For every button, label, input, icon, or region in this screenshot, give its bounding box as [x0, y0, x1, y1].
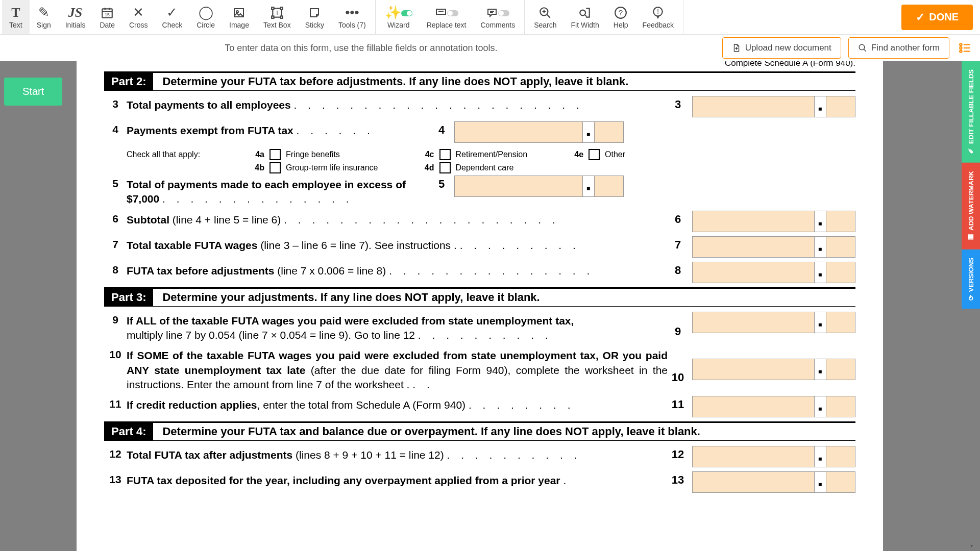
initials-tool[interactable]: JSInitials: [58, 0, 93, 34]
upload-document-button[interactable]: Upload new document: [722, 37, 841, 59]
search-icon: [538, 6, 552, 20]
feedback-icon: !: [651, 6, 665, 20]
help-icon: ?: [614, 6, 627, 20]
line-3: 3 Total payments to all employees . . . …: [104, 96, 855, 117]
amount-7[interactable]: ▪: [692, 236, 855, 258]
image-icon: [233, 6, 245, 20]
svg-point-30: [960, 47, 962, 49]
image-tool[interactable]: Image: [222, 0, 256, 34]
circle-icon: ◯: [199, 6, 213, 20]
line-12: 12 Total FUTA tax after adjustments (lin…: [104, 446, 855, 467]
sign-icon: ✎: [38, 6, 50, 20]
amount-3[interactable]: ▪: [692, 96, 855, 117]
secondary-bar: To enter data on this form, use the fill…: [0, 35, 980, 61]
initials-icon: JS: [68, 6, 82, 20]
document-page: Complete Schedule A (Form 940). Part 2: …: [77, 61, 883, 551]
check-icon: ✓: [166, 6, 178, 20]
amount-11[interactable]: ▪: [692, 396, 855, 417]
text-icon: T: [11, 6, 20, 20]
help-tool[interactable]: ?Help: [606, 0, 635, 34]
start-button[interactable]: Start: [4, 78, 62, 106]
cross-icon: ✕: [133, 6, 144, 20]
svg-point-28: [960, 43, 962, 45]
date-tool[interactable]: 15Date: [92, 0, 122, 34]
text-tool[interactable]: TText: [2, 0, 30, 34]
textbox-icon: T: [271, 6, 284, 20]
part-3-header: Part 3: Determine your adjustments. If a…: [104, 287, 855, 307]
part-4-header: Part 4: Determine your FUTA tax and bala…: [104, 421, 855, 441]
fitwidth-tool[interactable]: Fit Width: [564, 0, 606, 34]
sticky-tool[interactable]: Sticky: [298, 0, 331, 34]
svg-line-21: [585, 15, 586, 16]
tab-watermark[interactable]: ▤ADD WATERMARK: [962, 163, 980, 249]
amount-10[interactable]: ▪: [692, 359, 855, 380]
more-icon: •••: [345, 6, 359, 20]
replace-icon: [435, 6, 458, 20]
svg-rect-11: [280, 16, 282, 18]
line-10: 10 If SOME of the taxable FUTA wages you…: [104, 346, 855, 392]
svg-text:T: T: [275, 10, 279, 16]
tools-more[interactable]: •••Tools (7): [331, 0, 373, 34]
line-7: 7 Total taxable FUTA wages (line 3 – lin…: [104, 236, 855, 258]
right-tabs: ✎EDIT FILLABLE FIELDS ▤ADD WATERMARK ⟳VE…: [962, 61, 980, 309]
scroll-down-icon[interactable]: ▾: [968, 543, 975, 550]
svg-point-6: [236, 11, 238, 13]
comments-tool[interactable]: Comments: [474, 0, 523, 34]
wizard-tool[interactable]: ✨Wizard: [378, 0, 420, 34]
cross-tool[interactable]: ✕Cross: [122, 0, 155, 34]
main-toolbar: TText ✎Sign JSInitials 15Date ✕Cross ✓Ch…: [0, 0, 980, 35]
amount-5[interactable]: ▪: [454, 176, 624, 197]
check-4e[interactable]: 4eOther: [566, 149, 625, 160]
cutoff-text: Complete Schedule A (Form 940).: [104, 61, 855, 68]
done-button[interactable]: DONE: [901, 5, 973, 30]
amount-12[interactable]: ▪: [692, 446, 855, 467]
line-6: 6 Subtotal (line 4 + line 5 = line 6) . …: [104, 211, 855, 232]
svg-point-32: [960, 50, 962, 52]
search-tool[interactable]: Search: [527, 0, 564, 34]
comments-icon: [486, 6, 509, 20]
feedback-tool[interactable]: !Feedback: [635, 0, 681, 34]
wizard-icon: ✨: [385, 6, 412, 20]
sign-tool[interactable]: ✎Sign: [30, 0, 58, 34]
svg-rect-9: [280, 7, 282, 9]
sticky-icon: [308, 6, 321, 20]
svg-line-27: [864, 49, 866, 52]
amount-13[interactable]: ▪: [692, 471, 855, 493]
line-4: 4 Payments exempt from FUTA tax . . . . …: [104, 121, 855, 143]
check-tool[interactable]: ✓Check: [155, 0, 190, 34]
check-4c[interactable]: 4cRetirement/Pension: [417, 149, 528, 160]
svg-text:15: 15: [105, 12, 110, 17]
workspace: Start Complete Schedule A (Form 940). Pa…: [0, 61, 980, 551]
amount-6[interactable]: ▪: [692, 211, 855, 232]
line-5: 5 Total of payments made to each employe…: [104, 176, 855, 207]
svg-point-26: [859, 44, 865, 50]
check-4b[interactable]: 4bGroup-term life insurance: [247, 162, 378, 173]
form-hint: To enter data on this form, use the fill…: [7, 43, 715, 54]
line-13: 13 FUTA tax deposited for the year, incl…: [104, 471, 855, 493]
line-9: 9 If ALL of the taxable FUTA wages you p…: [104, 312, 855, 343]
tab-versions[interactable]: ⟳VERSIONS: [962, 249, 980, 309]
fitwidth-icon: [578, 6, 592, 20]
amount-8[interactable]: ▪: [692, 262, 855, 283]
line-11: 11 If credit reduction applies, enter th…: [104, 396, 855, 417]
svg-point-20: [580, 10, 585, 15]
calendar-icon: 15: [101, 6, 114, 20]
svg-text:!: !: [657, 8, 659, 15]
svg-rect-8: [272, 7, 274, 9]
svg-line-17: [547, 14, 551, 18]
amount-4[interactable]: ▪: [454, 121, 624, 143]
check-4d[interactable]: 4dDependent care: [417, 162, 528, 173]
panel-toggle-icon[interactable]: [957, 40, 973, 56]
check-4a[interactable]: 4aFringe benefits: [247, 149, 378, 160]
tab-fillable-fields[interactable]: ✎EDIT FILLABLE FIELDS: [962, 61, 980, 163]
svg-rect-10: [272, 16, 274, 18]
svg-text:?: ?: [619, 8, 623, 17]
part-2-header: Part 2: Determine your FUTA tax before a…: [104, 71, 855, 91]
circle-tool[interactable]: ◯Circle: [189, 0, 222, 34]
amount-9[interactable]: ▪: [692, 312, 855, 333]
find-form-button[interactable]: Find another form: [848, 37, 949, 59]
replace-text-tool[interactable]: Replace text: [420, 0, 474, 34]
textbox-tool[interactable]: TText Box: [256, 0, 298, 34]
line-8: 8 FUTA tax before adjustments (line 7 x …: [104, 262, 855, 283]
